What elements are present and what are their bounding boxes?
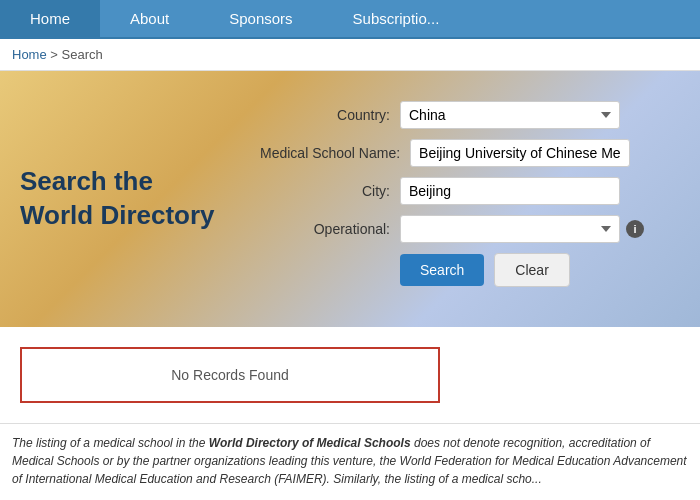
operational-select[interactable]: Yes No	[400, 215, 620, 243]
breadcrumb-separator: >	[47, 47, 62, 62]
search-section: Search the World Directory Country: Chin…	[0, 71, 700, 327]
school-label: Medical School Name:	[260, 145, 410, 161]
breadcrumb-home-link[interactable]: Home	[12, 47, 47, 62]
school-name-row: Medical School Name:	[260, 139, 680, 167]
city-row: City:	[260, 177, 680, 205]
results-section: No Records Found	[0, 327, 700, 423]
operational-info-icon[interactable]: i	[626, 220, 644, 238]
clear-button[interactable]: Clear	[494, 253, 569, 287]
breadcrumb-current: Search	[62, 47, 103, 62]
nav-subscription[interactable]: Subscriptio...	[323, 0, 470, 37]
search-title-line1: Search the	[20, 166, 153, 196]
breadcrumb: Home > Search	[0, 39, 700, 71]
operational-label: Operational:	[260, 221, 400, 237]
country-label: Country:	[260, 107, 400, 123]
city-label: City:	[260, 183, 400, 199]
country-row: Country: China	[260, 101, 680, 129]
nav-about[interactable]: About	[100, 0, 199, 37]
school-name-input[interactable]	[410, 139, 630, 167]
search-button[interactable]: Search	[400, 254, 484, 286]
disclaimer: The listing of a medical school in the W…	[0, 423, 700, 498]
operational-row: Operational: Yes No i	[260, 215, 680, 243]
no-records-text: No Records Found	[171, 367, 289, 383]
nav-sponsors[interactable]: Sponsors	[199, 0, 322, 37]
search-title: Search the World Directory	[20, 165, 220, 233]
no-records-box: No Records Found	[20, 347, 440, 403]
nav-bar: Home About Sponsors Subscriptio...	[0, 0, 700, 39]
disclaimer-text: The listing of a medical school in the W…	[12, 436, 687, 486]
country-select[interactable]: China	[400, 101, 620, 129]
city-input[interactable]	[400, 177, 620, 205]
search-form: Country: China Medical School Name: City…	[260, 101, 680, 297]
search-title-line2: World Directory	[20, 200, 215, 230]
nav-home[interactable]: Home	[0, 0, 100, 37]
operational-field-group: Yes No i	[400, 215, 644, 243]
buttons-row: Search Clear	[260, 253, 680, 287]
